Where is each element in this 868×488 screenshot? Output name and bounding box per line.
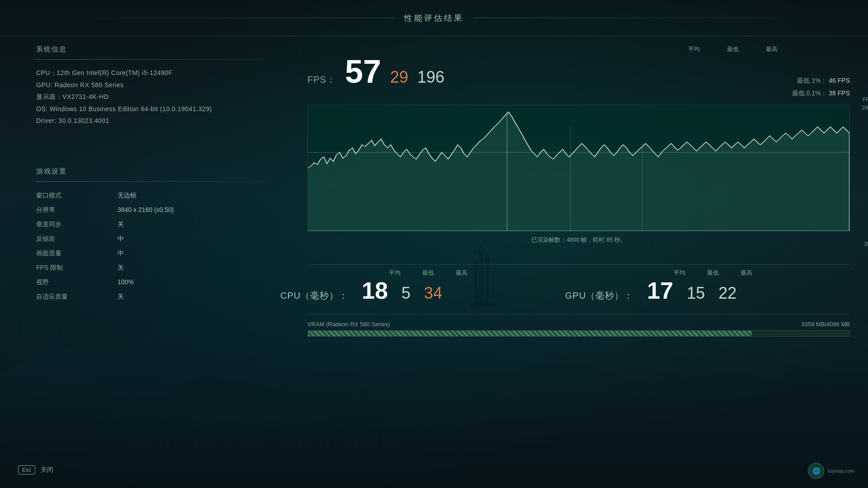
fps-chart-wrapper: FPS 196 29 已渲染帧数：4800 帧，耗时 85 秒。 bbox=[307, 105, 850, 244]
system-info-driver: Driver: 30.0.13023.4001 bbox=[36, 115, 298, 127]
adaptive-label: 自适应质量 bbox=[36, 290, 108, 303]
esc-section[interactable]: Esc 关闭 bbox=[18, 465, 53, 474]
vsync-value: 关 bbox=[118, 218, 298, 230]
fov-value: 100% bbox=[118, 276, 298, 288]
cpu-avg-value: 18 bbox=[362, 279, 388, 302]
title-bar: 性能评估结果 bbox=[0, 0, 868, 36]
quality-label: 画面质量 bbox=[36, 247, 108, 259]
game-settings-panel: 游戏设置 窗口模式 无边框 分辨率 3840 x 2160 (x0.50) 垂直… bbox=[36, 167, 298, 303]
timing-top-divider bbox=[307, 264, 850, 265]
gpu-timing-label: GPU（毫秒）： bbox=[565, 290, 633, 302]
system-info-os: OS: Windows 10 Business Edition 64-bit (… bbox=[36, 103, 298, 115]
system-info-cpu: CPU：12th Gen Intel(R) Core(TM) i5-12490F bbox=[36, 67, 298, 79]
fps-limit-value: 关 bbox=[118, 261, 298, 274]
gpu-min-header: 最低 bbox=[707, 269, 719, 277]
fov-label: 视野 bbox=[36, 276, 108, 288]
cpu-avg-header: 平均 bbox=[389, 269, 401, 277]
system-info-gpu: GPU: Radeon RX 580 Series bbox=[36, 79, 298, 91]
gpu-max-header: 最高 bbox=[741, 269, 752, 277]
main-title: 性能评估结果 bbox=[404, 13, 464, 23]
system-info-divider bbox=[36, 59, 298, 60]
gpu-min-value: 15 bbox=[687, 284, 705, 303]
system-info-panel: 系统信息 CPU：12th Gen Intel(R) Core(TM) i5-1… bbox=[36, 45, 298, 127]
fps-min-header: 最低 bbox=[727, 45, 739, 53]
fps-max-header: 最高 bbox=[766, 45, 778, 53]
watermark-icon-glyph: 🌐 bbox=[812, 467, 820, 474]
vram-top-divider bbox=[307, 314, 850, 314]
vram-bar-fill bbox=[308, 331, 752, 336]
game-settings-divider bbox=[36, 181, 298, 182]
fps-max-value: 196 bbox=[417, 68, 444, 87]
vram-section: VRAM (Radeon RX 580 Series) 3359 MB/4096… bbox=[307, 321, 850, 337]
vsync-label: 垂直同步 bbox=[36, 218, 108, 230]
svg-marker-3 bbox=[477, 244, 485, 253]
cpu-timing-label: CPU（毫秒）： bbox=[280, 290, 348, 302]
svg-marker-4 bbox=[484, 253, 491, 262]
cpu-max-header: 最高 bbox=[456, 269, 467, 277]
svg-marker-5 bbox=[472, 258, 480, 267]
watermark-text: luyouqi.com bbox=[828, 468, 854, 474]
window-mode-label: 窗口模式 bbox=[36, 189, 108, 202]
aa-label: 反锯齿 bbox=[36, 232, 108, 245]
cpu-max-value: 34 bbox=[424, 284, 442, 303]
quality-value: 中 bbox=[118, 247, 298, 259]
cpu-timing: 平均 最低 最高 CPU（毫秒）： 18 5 34 bbox=[280, 269, 565, 303]
resolution-label: 分辨率 bbox=[36, 203, 108, 216]
fps-avg-header: 平均 bbox=[688, 45, 700, 53]
esc-key[interactable]: Esc bbox=[18, 465, 35, 474]
gpu-timing: 平均 最低 最高 GPU（毫秒）： 17 15 22 bbox=[565, 269, 850, 303]
window-mode-value: 无边框 bbox=[118, 189, 298, 202]
settings-grid: 窗口模式 无边框 分辨率 3840 x 2160 (x0.50) 垂直同步 关 … bbox=[36, 189, 298, 303]
fps-chart-fps-label: FPS bbox=[863, 97, 868, 102]
fps-p01-label: 最低 0.1%： bbox=[792, 89, 827, 97]
render-info: 已渲染帧数：4800 帧，耗时 85 秒。 bbox=[307, 236, 850, 244]
vram-header: VRAM (Radeon RX 580 Series) 3359 MB/4096… bbox=[307, 321, 850, 328]
fps-p1-value: 46 FPS bbox=[829, 77, 850, 84]
fps-p01-value: 38 FPS bbox=[829, 89, 850, 97]
watermark-icon: 🌐 bbox=[808, 463, 824, 479]
fps-label: FPS： bbox=[307, 74, 336, 86]
fps-chart-max-label: 196 bbox=[862, 105, 868, 110]
timing-section: 平均 最低 最高 CPU（毫秒）： 18 5 34 平均 最低 最高 GPU（毫… bbox=[280, 269, 850, 303]
svg-rect-6 bbox=[470, 303, 495, 307]
gpu-avg-header: 平均 bbox=[674, 269, 685, 277]
fps-chart-min-label: 29 bbox=[864, 241, 868, 247]
system-info-title: 系统信息 bbox=[36, 45, 298, 54]
gpu-max-value: 22 bbox=[718, 284, 736, 303]
system-info-display: 显示器：VX2731-4K-HD bbox=[36, 91, 298, 103]
gpu-avg-value: 17 bbox=[647, 279, 673, 302]
fps-chart bbox=[307, 105, 850, 231]
fps-limit-label: FPS 限制 bbox=[36, 261, 108, 274]
cpu-min-value: 5 bbox=[401, 284, 410, 303]
vram-label: VRAM (Radeon RX 580 Series) bbox=[307, 321, 390, 328]
fps-p01-row: 最低 0.1%： 38 FPS bbox=[792, 87, 850, 99]
fps-p1-label: 最低 1%： bbox=[797, 77, 827, 84]
vram-display: 3359 MB/4096 MB bbox=[801, 321, 850, 328]
fps-min-value: 29 bbox=[390, 68, 408, 87]
adaptive-value: 关 bbox=[118, 290, 298, 303]
fps-panel: 平均 最低 最高 FPS： 57 29 196 最低 1%： 46 FPS 最低… bbox=[307, 45, 850, 244]
fps-avg-value: 57 bbox=[345, 55, 381, 88]
fps-p1-row: 最低 1%： 46 FPS bbox=[792, 74, 850, 87]
aa-value: 中 bbox=[118, 232, 298, 245]
game-settings-title: 游戏设置 bbox=[36, 167, 298, 176]
cpu-min-header: 最低 bbox=[422, 269, 434, 277]
resolution-value: 3840 x 2160 (x0.50) bbox=[118, 203, 298, 216]
close-label: 关闭 bbox=[41, 466, 53, 474]
vram-bar-background bbox=[307, 330, 850, 337]
watermark: 🌐 luyouqi.com bbox=[808, 463, 854, 479]
